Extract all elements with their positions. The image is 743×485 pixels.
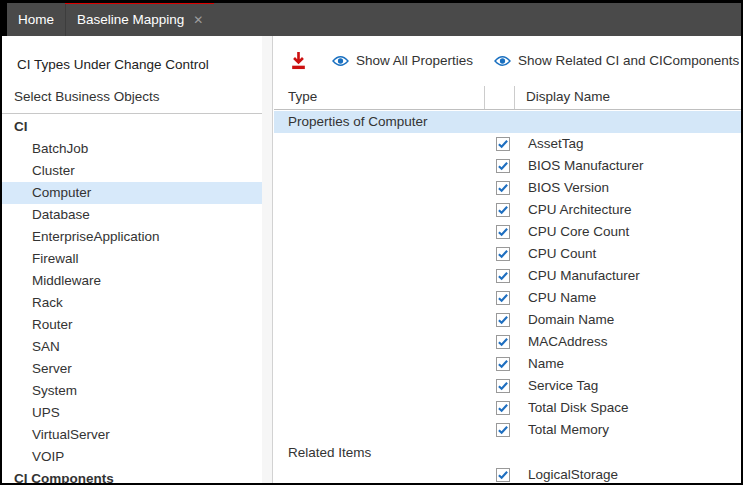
tree-item-san[interactable]: SAN bbox=[2, 336, 262, 358]
ci-tree: CIBatchJobClusterComputerDatabaseEnterpr… bbox=[2, 116, 262, 485]
tree-item-virtualserver[interactable]: VirtualServer bbox=[2, 424, 262, 446]
row-label: MACAddress bbox=[528, 331, 608, 353]
table-row: Total Disk Space bbox=[274, 397, 741, 419]
checkbox-checked[interactable] bbox=[496, 269, 510, 283]
checkbox-checked[interactable] bbox=[496, 291, 510, 305]
tree-item-firewall[interactable]: Firewall bbox=[2, 248, 262, 270]
row-label: CPU Manufacturer bbox=[528, 265, 640, 287]
row-label: BIOS Version bbox=[528, 177, 609, 199]
row-label: BIOS Manufacturer bbox=[528, 155, 644, 177]
section-header-related-items: Related Items bbox=[274, 442, 741, 464]
show-all-properties-button[interactable]: Show All Properties bbox=[332, 53, 473, 68]
tree-item-computer[interactable]: Computer bbox=[2, 182, 262, 204]
row-label: AssetTag bbox=[528, 133, 584, 155]
eye-icon bbox=[332, 55, 349, 67]
column-divider bbox=[514, 86, 515, 109]
sidebar-title: CI Types Under Change Control bbox=[2, 36, 262, 72]
table-row: MACAddress bbox=[274, 331, 741, 353]
table-row: AssetTag bbox=[274, 133, 741, 155]
table-body: Properties of ComputerAssetTagBIOS Manuf… bbox=[274, 111, 741, 485]
checkbox-checked[interactable] bbox=[496, 159, 510, 173]
tree-item-ci[interactable]: CI bbox=[2, 116, 262, 138]
checkbox-checked[interactable] bbox=[496, 401, 510, 415]
tree-item-enterpriseapplication[interactable]: EnterpriseApplication bbox=[2, 226, 262, 248]
checkbox-checked[interactable] bbox=[496, 313, 510, 327]
column-header-type[interactable]: Type bbox=[288, 89, 317, 104]
checkbox-checked[interactable] bbox=[496, 423, 510, 437]
row-label: Total Disk Space bbox=[528, 397, 629, 419]
column-header-display-name[interactable]: Display Name bbox=[526, 89, 610, 104]
panel-toolbar: Show All Properties Show Related CI and … bbox=[274, 36, 741, 86]
checkbox-checked[interactable] bbox=[496, 247, 510, 261]
tree-item-server[interactable]: Server bbox=[2, 358, 262, 380]
show-related-ci-label: Show Related CI and CIComponents bbox=[518, 53, 739, 68]
checkbox-checked[interactable] bbox=[496, 379, 510, 393]
row-label: Name bbox=[528, 353, 564, 375]
tree-item-ups[interactable]: UPS bbox=[2, 402, 262, 424]
table-row: BIOS Manufacturer bbox=[274, 155, 741, 177]
section-header-properties-of-computer: Properties of Computer bbox=[274, 111, 741, 133]
table-row: Total Memory bbox=[274, 419, 741, 441]
download-icon[interactable] bbox=[290, 51, 308, 71]
show-all-properties-label: Show All Properties bbox=[356, 53, 473, 68]
row-label: Total Memory bbox=[528, 419, 609, 441]
row-label: LogicalStorage bbox=[528, 464, 618, 485]
table-row: CPU Manufacturer bbox=[274, 265, 741, 287]
table-row: LogicalStorage bbox=[274, 464, 741, 485]
checkbox-checked[interactable] bbox=[496, 357, 510, 371]
tree-item-system[interactable]: System bbox=[2, 380, 262, 402]
tab-bar: Home Baseline Mapping ✕ bbox=[2, 3, 741, 36]
row-label: CPU Architecture bbox=[528, 199, 632, 221]
close-icon[interactable]: ✕ bbox=[193, 14, 203, 26]
row-label: Domain Name bbox=[528, 309, 614, 331]
tree-item-cluster[interactable]: Cluster bbox=[2, 160, 262, 182]
table-header: Type Display Name bbox=[274, 86, 741, 110]
table-row: BIOS Version bbox=[274, 177, 741, 199]
properties-panel: Show All Properties Show Related CI and … bbox=[274, 36, 741, 483]
table-row: CPU Name bbox=[274, 287, 741, 309]
tree-item-voip[interactable]: VOIP bbox=[2, 446, 262, 468]
table-row: Name bbox=[274, 353, 741, 375]
tab-baseline-mapping-label: Baseline Mapping bbox=[77, 12, 184, 27]
sidebar-subtitle: Select Business Objects bbox=[2, 89, 262, 104]
row-label: Service Tag bbox=[528, 375, 598, 397]
sidebar-scrollbar-gutter[interactable] bbox=[262, 36, 273, 483]
checkbox-checked[interactable] bbox=[496, 468, 510, 482]
tree-item-batchjob[interactable]: BatchJob bbox=[2, 138, 262, 160]
tree-item-database[interactable]: Database bbox=[2, 204, 262, 226]
checkbox-checked[interactable] bbox=[496, 181, 510, 195]
eye-icon bbox=[494, 55, 511, 67]
table-row: Service Tag bbox=[274, 375, 741, 397]
row-label: CPU Count bbox=[528, 243, 596, 265]
table-row: Domain Name bbox=[274, 309, 741, 331]
tree-item-middleware[interactable]: Middleware bbox=[2, 270, 262, 292]
tab-baseline-mapping[interactable]: Baseline Mapping ✕ bbox=[65, 3, 214, 36]
tree-item-rack[interactable]: Rack bbox=[2, 292, 262, 314]
table-row: CPU Core Count bbox=[274, 221, 741, 243]
tab-home-label: Home bbox=[18, 12, 54, 27]
sidebar-divider bbox=[2, 113, 262, 114]
tree-item-ci-components[interactable]: CI Components bbox=[2, 468, 262, 485]
checkbox-checked[interactable] bbox=[496, 203, 510, 217]
table-row: CPU Architecture bbox=[274, 199, 741, 221]
show-related-ci-button[interactable]: Show Related CI and CIComponents bbox=[494, 53, 739, 68]
checkbox-checked[interactable] bbox=[496, 225, 510, 239]
table-row: CPU Count bbox=[274, 243, 741, 265]
ci-types-sidebar: CI Types Under Change Control Select Bus… bbox=[2, 36, 262, 483]
checkbox-checked[interactable] bbox=[496, 137, 510, 151]
column-divider bbox=[484, 86, 485, 109]
tab-home[interactable]: Home bbox=[7, 3, 65, 36]
row-label: CPU Core Count bbox=[528, 221, 629, 243]
checkbox-checked[interactable] bbox=[496, 335, 510, 349]
row-label: CPU Name bbox=[528, 287, 596, 309]
tree-item-router[interactable]: Router bbox=[2, 314, 262, 336]
